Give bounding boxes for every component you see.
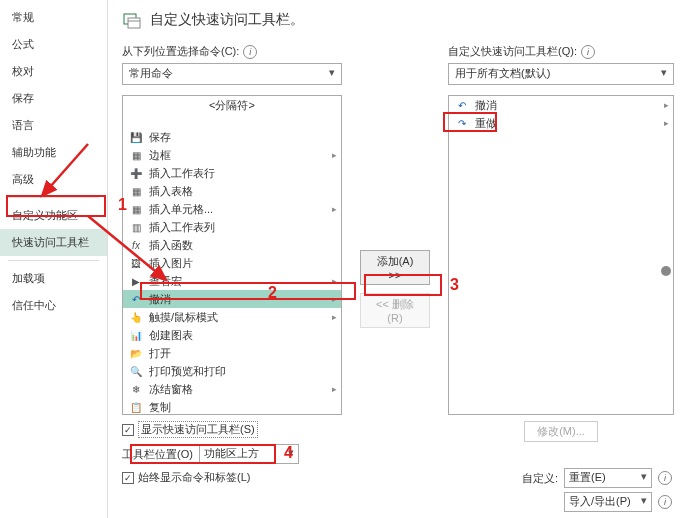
qat-label: 自定义快速访问工具栏(Q): i (448, 44, 674, 59)
list-item-label: 边框 (149, 148, 171, 163)
show-qat-checkbox[interactable]: ✓ (122, 424, 134, 436)
show-qat-label: 显示快速访问工具栏(S) (138, 421, 258, 438)
sidebar-item-addins[interactable]: 加载项 (0, 265, 107, 292)
qat-item-redo[interactable]: ↷重做▸ (449, 114, 673, 132)
list-item-chart[interactable]: 📊创建图表 (123, 326, 341, 344)
add-button[interactable]: 添加(A) >> (360, 250, 430, 285)
qat-listbox[interactable]: ↶撤消▸ ↷重做▸ (448, 95, 674, 415)
import-export-dropdown[interactable]: 导入/导出(P) (564, 492, 652, 512)
qat-icon (122, 10, 142, 30)
transfer-buttons: 添加(A) >> << 删除(R) (354, 44, 436, 485)
list-item-label: 打开 (149, 346, 171, 361)
info-icon[interactable]: i (581, 45, 595, 59)
list-item-macro[interactable]: ▶查看宏▸ (123, 272, 341, 290)
chevron-right-icon: ▸ (332, 276, 337, 286)
sidebar-item-trust[interactable]: 信任中心 (0, 292, 107, 319)
reset-dropdown-value: 重置(E) (569, 471, 606, 483)
list-item-preview[interactable]: 🔍打印预览和打印 (123, 362, 341, 380)
qat-label-text: 自定义快速访问工具栏(Q): (448, 44, 577, 59)
list-item-copy[interactable]: 📋复制 (123, 398, 341, 415)
sidebar: 常规 公式 校对 保存 语言 辅助功能 高级 自定义功能区 快速访问工具栏 加载… (0, 0, 108, 518)
qat-dropdown[interactable]: 用于所有文档(默认) (448, 63, 674, 85)
sidebar-item-label: 自定义功能区 (12, 209, 78, 221)
sidebar-item-advanced[interactable]: 高级 (0, 166, 107, 193)
list-item-border[interactable]: ▦边框▸ (123, 146, 341, 164)
list-item-insert-col[interactable]: ▥插入工作表列 (123, 218, 341, 236)
redo-icon: ↷ (455, 116, 469, 130)
chevron-right-icon: ▸ (332, 150, 337, 160)
sidebar-item-qat[interactable]: 快速访问工具栏 (0, 229, 107, 256)
table-icon: ▦ (129, 184, 143, 198)
remove-button[interactable]: << 删除(R) (360, 293, 430, 328)
insert-row-icon: ➕ (129, 166, 143, 180)
page-title: 自定义快速访问工具栏。 (150, 11, 304, 29)
toolbar-position-label: 工具栏位置(O) (122, 447, 193, 462)
list-item-label: 创建图表 (149, 328, 193, 343)
toolbar-position-row: 工具栏位置(O) 功能区上方 (122, 444, 342, 464)
reset-dropdown[interactable]: 重置(E) (564, 468, 652, 488)
commands-listbox[interactable]: <分隔符> 💾保存 ▦边框▸ ➕插入工作表行 ▦插入表格 ▦插入单元格...▸ … (122, 95, 342, 415)
list-item-label: 插入图片 (149, 256, 193, 271)
chevron-right-icon: ▸ (332, 384, 337, 394)
list-item-insert-fx[interactable]: fx插入函数 (123, 236, 341, 254)
info-icon[interactable]: i (658, 495, 672, 509)
remove-button-label: << 删除(R) (376, 298, 414, 324)
sidebar-divider (8, 197, 99, 198)
qat-column: 自定义快速访问工具栏(Q): i 用于所有文档(默认) ↶撤消▸ ↷重做▸ 修改… (448, 44, 674, 485)
list-item-insert-table[interactable]: ▦插入表格 (123, 182, 341, 200)
choose-commands-text: 从下列位置选择命令(C): (122, 44, 239, 59)
header: 自定义快速访问工具栏。 (122, 10, 684, 30)
sidebar-item-proofing[interactable]: 校对 (0, 58, 107, 85)
undo-icon: ↶ (455, 98, 469, 112)
sidebar-item-general[interactable]: 常规 (0, 4, 107, 31)
list-item-save[interactable]: 💾保存 (123, 128, 341, 146)
info-icon[interactable]: i (243, 45, 257, 59)
list-item-label: 插入表格 (149, 184, 193, 199)
touch-icon: 👆 (129, 310, 143, 324)
list-item-insert-pic[interactable]: 🖼插入图片 (123, 254, 341, 272)
list-item-label: 撤消 (149, 292, 171, 307)
sidebar-item-label: 保存 (12, 92, 34, 104)
info-icon[interactable]: i (658, 471, 672, 485)
sidebar-item-language[interactable]: 语言 (0, 112, 107, 139)
qat-dropdown-value: 用于所有文档(默认) (455, 67, 550, 79)
always-show-checkbox[interactable]: ✓ (122, 472, 134, 484)
reset-label: 自定义: (522, 471, 558, 486)
sidebar-item-label: 加载项 (12, 272, 45, 284)
list-item-open[interactable]: 📂打开 (123, 344, 341, 362)
sidebar-item-label: 校对 (12, 65, 34, 77)
svg-rect-1 (128, 18, 140, 28)
insert-col-icon: ▥ (129, 220, 143, 234)
sidebar-item-formulas[interactable]: 公式 (0, 31, 107, 58)
chevron-right-icon: ▸ (332, 204, 337, 214)
commands-dropdown[interactable]: 常用命令 (122, 63, 342, 85)
always-show-row: ✓ 始终显示命令和标签(L) (122, 470, 342, 485)
list-item-undo[interactable]: ↶撤消▸ (123, 290, 341, 308)
list-item-label: 触摸/鼠标模式 (149, 310, 218, 325)
qat-item-undo[interactable]: ↶撤消▸ (449, 96, 673, 114)
toolbar-position-dropdown[interactable]: 功能区上方 (199, 444, 299, 464)
sidebar-item-label: 快速访问工具栏 (12, 236, 89, 248)
list-item-insert-cells[interactable]: ▦插入单元格...▸ (123, 200, 341, 218)
list-item-label: 冻结窗格 (149, 382, 193, 397)
picture-icon: 🖼 (129, 256, 143, 270)
chevron-right-icon: ▸ (332, 294, 337, 304)
chevron-right-icon: ▸ (664, 100, 669, 110)
list-item-separator[interactable]: <分隔符> (123, 96, 341, 114)
modify-button[interactable]: 修改(M)... (524, 421, 598, 442)
sidebar-item-customize-ribbon[interactable]: 自定义功能区 (0, 202, 107, 229)
always-show-label: 始终显示命令和标签(L) (138, 470, 250, 485)
chart-icon: 📊 (129, 328, 143, 342)
list-item-label: 插入函数 (149, 238, 193, 253)
sidebar-item-save[interactable]: 保存 (0, 85, 107, 112)
list-item-label: 插入单元格... (149, 202, 213, 217)
list-item-freeze[interactable]: ❄冻结窗格▸ (123, 380, 341, 398)
sidebar-item-label: 语言 (12, 119, 34, 131)
scrollbar-thumb[interactable] (661, 266, 671, 276)
list-item-touch[interactable]: 👆触摸/鼠标模式▸ (123, 308, 341, 326)
sidebar-item-label: 辅助功能 (12, 146, 56, 158)
print-preview-icon: 🔍 (129, 364, 143, 378)
list-item-insert-row[interactable]: ➕插入工作表行 (123, 164, 341, 182)
list-item-label: 保存 (149, 130, 171, 145)
sidebar-item-accessibility[interactable]: 辅助功能 (0, 139, 107, 166)
